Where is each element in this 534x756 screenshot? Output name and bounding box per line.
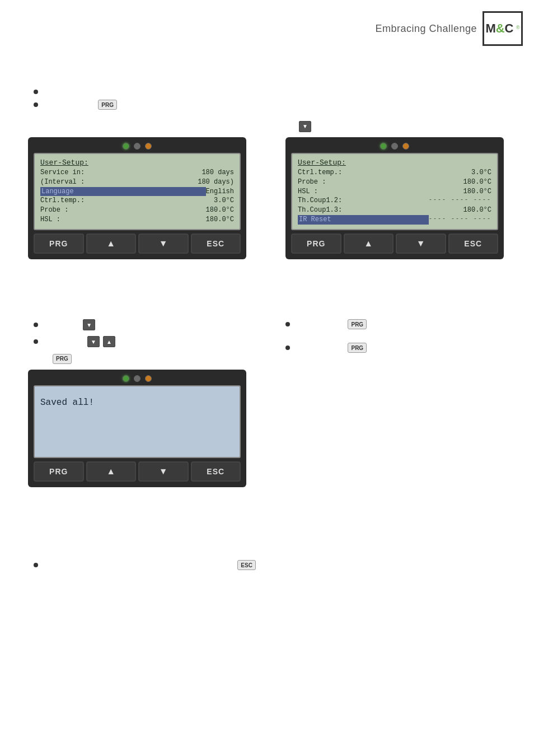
- up-button-bottom[interactable]: ▲: [86, 461, 137, 482]
- lcd-r-value-0: 3.0°C: [471, 168, 491, 178]
- lcd-screen-saved: Saved all!: [34, 385, 241, 458]
- lcd-label-4: Probe :: [40, 206, 206, 215]
- esc-btn-inline[interactable]: ESC: [237, 560, 256, 570]
- bullet-text-4: [44, 337, 85, 346]
- lcd-label-2: Language: [40, 187, 206, 197]
- lcd-r-value-1: 180.0°C: [463, 178, 491, 187]
- arrow-down-icon-top: [299, 121, 311, 132]
- lcd-r-label-4: Th.Coup1.3:: [298, 206, 463, 215]
- lcd-row-1: (Interval : 180 days): [40, 178, 234, 187]
- lcd-row-5: HSL : 180.0°C: [40, 215, 234, 225]
- lcd-r-value-5: ---- ---- ----: [429, 215, 491, 225]
- lcd-r-row-0: Ctrl.temp.: 3.0°C: [298, 168, 491, 178]
- bullets-middle-right: PRG PRG: [285, 319, 521, 358]
- logo-registered: ®: [516, 25, 520, 30]
- esc-button-bottom[interactable]: ESC: [191, 461, 241, 482]
- btn-row-bottom: PRG ▲ ▼ ESC: [34, 461, 241, 482]
- led-green-left: [123, 143, 129, 150]
- led-gray-right: [391, 143, 398, 150]
- tagline: Embracing Challenge: [375, 23, 477, 35]
- bullet-dot-4: [34, 339, 38, 344]
- lcd-screen-left: User-Setup: Service in: 180 days (Interv…: [34, 153, 241, 230]
- lcd-value-0: 180 days: [202, 168, 234, 178]
- lcd-value-2: English: [206, 187, 234, 197]
- up-button-right[interactable]: ▲: [344, 234, 394, 254]
- lcd-r-label-0: Ctrl.temp.:: [298, 168, 471, 178]
- logo-text: M&C: [485, 21, 513, 35]
- lcd-row-2: Language English: [40, 187, 234, 197]
- led-orange-left: [145, 143, 152, 150]
- bullet-dot-2: [34, 102, 38, 107]
- lcd-r-value-3: ---- ---- ----: [429, 196, 491, 206]
- bullet-text-2: [44, 100, 96, 109]
- lcd-row-4: Probe : 180.0°C: [40, 206, 234, 215]
- prg-button-right[interactable]: PRG: [291, 234, 341, 254]
- prg-button-bottom[interactable]: PRG: [34, 461, 84, 482]
- lcd-value-3: 3.0°C: [214, 196, 234, 206]
- saved-message: Saved all!: [40, 398, 94, 408]
- lcd-r-row-4: Th.Coup1.3: 180.0°C: [298, 206, 491, 215]
- lcd-r-row-5: IR Reset ---- ---- ----: [298, 215, 491, 225]
- lcd-title-left: User-Setup:: [40, 158, 234, 167]
- bullets-middle-left: PRG: [34, 319, 269, 364]
- down-button-left[interactable]: ▼: [138, 234, 189, 254]
- bullets-top: PRG: [34, 90, 313, 115]
- prg-btn-inline-row: PRG: [50, 353, 269, 364]
- prg-btn-inline-1[interactable]: PRG: [98, 100, 117, 110]
- arrow-up-icon-mid: [103, 336, 115, 347]
- bullet-dot-6: [285, 346, 290, 350]
- arrow-indicator-top: [297, 120, 313, 132]
- lcd-r-row-2: HSL : 180.0°C: [298, 187, 491, 197]
- led-row-right: [291, 143, 498, 150]
- bullet-item-6: PRG: [285, 343, 521, 353]
- bullet-text-6: [296, 343, 345, 352]
- btn-row-left: PRG ▲ ▼ ESC: [34, 234, 241, 254]
- lcd-value-4: 180.0°C: [206, 206, 234, 215]
- lcd-label-0: Service in:: [40, 168, 202, 178]
- led-row-left: [34, 143, 241, 150]
- lcd-r-label-2: HSL :: [298, 187, 463, 197]
- down-button-bottom[interactable]: ▼: [138, 461, 189, 482]
- device-panel-bottom: Saved all! PRG ▲ ▼ ESC: [28, 370, 246, 487]
- bullet-text-5: [296, 320, 345, 329]
- lcd-label-1: (Interval :: [40, 178, 198, 187]
- bullet-text-4b: [116, 337, 147, 346]
- lcd-r-value-2: 180.0°C: [463, 187, 491, 197]
- bullet-dot-5: [285, 322, 290, 326]
- esc-button-left[interactable]: ESC: [191, 234, 241, 254]
- esc-button-right[interactable]: ESC: [448, 234, 499, 254]
- lcd-r-label-3: Th.Coup1.2:: [298, 196, 429, 206]
- lcd-value-5: 180.0°C: [206, 215, 234, 225]
- prg-btn-inline-4[interactable]: PRG: [348, 343, 367, 353]
- prg-btn-inline-2[interactable]: PRG: [53, 354, 72, 364]
- bullet-item-1: [34, 90, 313, 94]
- bullet-text-3b: [97, 320, 126, 329]
- arrow-down-icon-mid: [83, 319, 95, 330]
- lcd-label-3: Ctrl.temp.:: [40, 196, 214, 206]
- led-row-bottom: [34, 375, 241, 382]
- header-area: Embracing Challenge M&C ®: [375, 11, 523, 46]
- lcd-title-right: User-Setup:: [298, 158, 491, 167]
- arrow-down-icon-mid2: [87, 336, 100, 347]
- up-button-left[interactable]: ▲: [86, 234, 137, 254]
- bullet-text-3: [44, 320, 81, 329]
- device-panel-right: User-Setup: Ctrl.temp.: 3.0°C Probe : 18…: [285, 137, 504, 259]
- lcd-r-label-5: IR Reset: [298, 215, 429, 225]
- bullet-dot-3: [34, 323, 38, 327]
- lcd-r-row-1: Probe : 180.0°C: [298, 178, 491, 187]
- bullet-item-3: [34, 319, 269, 330]
- led-green-bottom: [123, 375, 129, 382]
- bullet-bottom: ESC: [34, 560, 258, 570]
- lcd-value-1: 180 days): [198, 178, 234, 187]
- bullet-item-2: PRG: [34, 100, 313, 110]
- bullet-text-7: [44, 560, 235, 570]
- down-button-right[interactable]: ▼: [396, 234, 446, 254]
- btn-row-right: PRG ▲ ▼ ESC: [291, 234, 498, 254]
- prg-button-left[interactable]: PRG: [34, 234, 84, 254]
- led-gray-bottom: [134, 375, 140, 382]
- lcd-label-5: HSL :: [40, 215, 206, 225]
- prg-btn-inline-3[interactable]: PRG: [348, 319, 367, 329]
- bullet-item-5: PRG: [285, 319, 521, 329]
- led-gray-left: [134, 143, 140, 150]
- led-orange-right: [402, 143, 409, 150]
